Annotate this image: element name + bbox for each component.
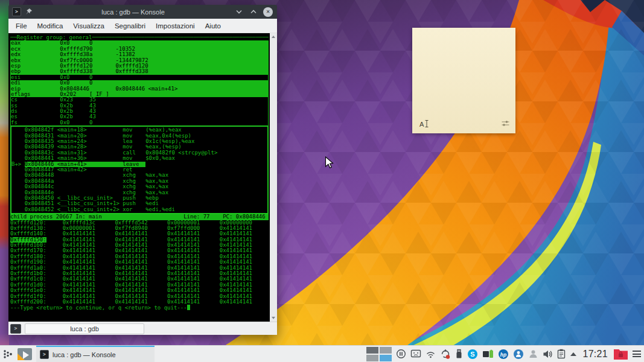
asm-instruction: 0x8048441 <main+36> mov: [25, 156, 145, 161]
asm-row: 0x804842f <main+18> mov (%eax),%eax: [11, 127, 267, 133]
asm-marker: [11, 127, 25, 133]
register-row-cs: cs 0x23 35: [11, 97, 268, 103]
user-status-icon[interactable]: [528, 349, 538, 359]
clock[interactable]: 17:21: [581, 349, 609, 360]
memory-values: 0x41414141 0x41414141 0x41414141 0x41414…: [46, 243, 252, 248]
asm-marker: [11, 133, 25, 139]
asm-row: 0x8048447 <main+42> ret: [11, 167, 267, 173]
skype-icon[interactable]: S: [467, 349, 478, 360]
tab-luca-gdb[interactable]: luca : gdb: [25, 323, 144, 334]
memory-address: 0xffffd120:: [10, 220, 46, 226]
asm-row: 0x8048435 <main+24> lea 0x1c(%esp),%eax: [11, 139, 267, 144]
volume-icon[interactable]: [543, 349, 553, 359]
menu-item-file[interactable]: File: [16, 22, 27, 30]
asm-operands: %eax,(%esp): [145, 144, 182, 150]
menu-item-visualizza[interactable]: Visualizza: [73, 22, 104, 30]
sticky-note-text[interactable]: A: [419, 119, 429, 128]
display-icon[interactable]: [410, 349, 421, 359]
bluetooth-user-icon[interactable]: [513, 349, 524, 360]
desktop-3[interactable]: [366, 355, 378, 361]
desktop-folder-icon[interactable]: [18, 348, 32, 360]
asm-operands: %ax,%ax: [145, 179, 168, 184]
konsole-window: > luca : gdb — Konsole ✕ FileModificaVis…: [8, 5, 277, 335]
menu-item-segnalibri[interactable]: Segnalibri: [115, 22, 145, 30]
close-button[interactable]: ✕: [263, 7, 273, 17]
memory-values: 0x41414141 0x41414141 0x41414141 0x41414…: [46, 248, 252, 253]
asm-operands: %ax,%ax: [145, 173, 168, 178]
register-row-eax: eax 0x0 0: [11, 40, 268, 46]
desktop-2[interactable]: [380, 347, 392, 354]
asm-marker: [11, 173, 25, 178]
memory-row: 0xffffd1a0: 0x41414141 0x41414141 0x4141…: [10, 265, 269, 271]
pin-icon[interactable]: [25, 8, 33, 16]
memory-values: 0x41414141 0x41414141 0x41414141 0x41414…: [46, 271, 252, 276]
memory-values: 0x41414141 0x41414141 0x41414141 0x41414…: [46, 265, 252, 271]
asm-row: 0x804844c xchg %ax,%ax: [11, 184, 267, 189]
close-icon: ✕: [263, 7, 273, 17]
menu-item-aiuto[interactable]: Aiuto: [205, 22, 221, 30]
terminal-area[interactable]: ──Register group: general───────────────…: [8, 33, 277, 322]
memory-address: 0xffffd150:: [10, 237, 46, 243]
memory-row: 0xffffd1c0: 0x41414141 0x41414141 0x4141…: [10, 276, 269, 282]
software-updates-icon[interactable]: [440, 349, 451, 360]
asm-marker: [11, 167, 25, 173]
new-tab-button[interactable]: >: [10, 324, 21, 334]
asm-row: 0x8048441 <main+36> mov $0x0,%eax: [11, 156, 267, 161]
asm-operands: %ax,%ax: [145, 184, 168, 189]
sticky-note[interactable]: A: [412, 28, 515, 133]
register-window: eax 0x0 0ecx 0xffffd790 -10352edx 0xffff…: [10, 40, 269, 125]
memory-values: 0x00000001 0xf7fd8940 0xf7ffd000 0x41414…: [46, 226, 252, 231]
red-folder-icon[interactable]: [613, 348, 628, 360]
register-row-eip: eip 0x8048446 0x8048446 <main+41>: [11, 86, 268, 92]
asm-row: 0x8048452 <__libc_csu_init+2> xor %edi,%…: [11, 207, 267, 212]
desktop-4-active[interactable]: [380, 355, 392, 361]
sticky-note-content: A: [419, 121, 424, 128]
application-launcher-button[interactable]: [2, 349, 13, 360]
memory-address: 0xffffd160:: [10, 243, 46, 248]
terminal[interactable]: ──Register group: general───────────────…: [8, 33, 277, 322]
removable-device-icon[interactable]: [455, 349, 463, 359]
scroll-up-arrow-icon[interactable]: [272, 36, 275, 38]
scroll-down-arrow-icon[interactable]: [272, 317, 275, 319]
tab-label: luca : gdb: [70, 325, 99, 332]
asm-operands: (%eax),%eax: [145, 127, 182, 133]
memory-values: 0x41414141 0x41414141 0x41414141 0x41414…: [46, 288, 252, 293]
asm-row: B+> 0x8048446 <main+41> leave: [11, 162, 267, 167]
konsole-task-icon: >: [40, 350, 49, 359]
asm-operands: $0x0,%eax: [145, 156, 175, 161]
assembly-window: 0x804842f <main+18> mov (%eax),%eax 0x80…: [10, 125, 269, 214]
expand-tray-icon[interactable]: [570, 352, 577, 357]
prompt-text: ---Type <return> to continue, or q <retu…: [10, 305, 187, 310]
battery-icon[interactable]: [482, 349, 494, 359]
asm-marker: [11, 190, 25, 195]
asm-marker: [11, 139, 25, 144]
window-titlebar[interactable]: > luca : gdb — Konsole ✕: [8, 5, 277, 19]
menu-item-modifica[interactable]: Modifica: [37, 22, 63, 30]
terminal-scrollbar[interactable]: [270, 33, 277, 322]
media-pause-icon[interactable]: [396, 349, 406, 359]
asm-operands: %eax,0x4(%esp): [145, 133, 191, 139]
taskbar-task-konsole[interactable]: > luca : gdb — Konsole: [36, 346, 155, 362]
asm-instruction: 0x8048450 <__libc_csu_init> push: [25, 195, 145, 201]
asm-row: 0x8048451 <__libc_csu_init+1> push %edi: [11, 201, 267, 206]
menu-item-impostazioni[interactable]: Impostazioni: [156, 22, 195, 30]
clipboard-icon[interactable]: [557, 349, 566, 359]
asm-instruction: 0x8048446 <main+41> leave: [25, 162, 145, 167]
gdb-prompt-line: ---Type <return> to continue, or q <retu…: [10, 305, 269, 310]
panel-menu-icon[interactable]: [633, 351, 641, 357]
virtual-desktop-pager[interactable]: [366, 347, 392, 361]
memory-row: 0xffffd180: 0x41414141 0x41414141 0x4141…: [10, 254, 269, 259]
memory-address: 0xffffd1a0:: [10, 265, 46, 271]
desktop-1[interactable]: [366, 347, 378, 354]
asm-instruction: 0x8048439 <main+28> mov: [25, 144, 145, 150]
hp-device-icon[interactable]: hp: [498, 349, 509, 360]
note-settings-icon[interactable]: [502, 120, 509, 127]
asm-instruction: 0x804844c xchg: [25, 184, 145, 189]
memory-dump: 0xffffd120: 0xffffd13c 0xffffd542 0x0000…: [10, 220, 269, 305]
register-row-fs: fs 0x0 0: [11, 120, 268, 125]
minimize-button[interactable]: [234, 7, 244, 17]
window-title: luca : gdb — Konsole: [36, 8, 230, 16]
maximize-button[interactable]: [248, 7, 259, 17]
asm-operands: %edi: [145, 201, 159, 206]
wifi-icon[interactable]: [426, 350, 436, 358]
